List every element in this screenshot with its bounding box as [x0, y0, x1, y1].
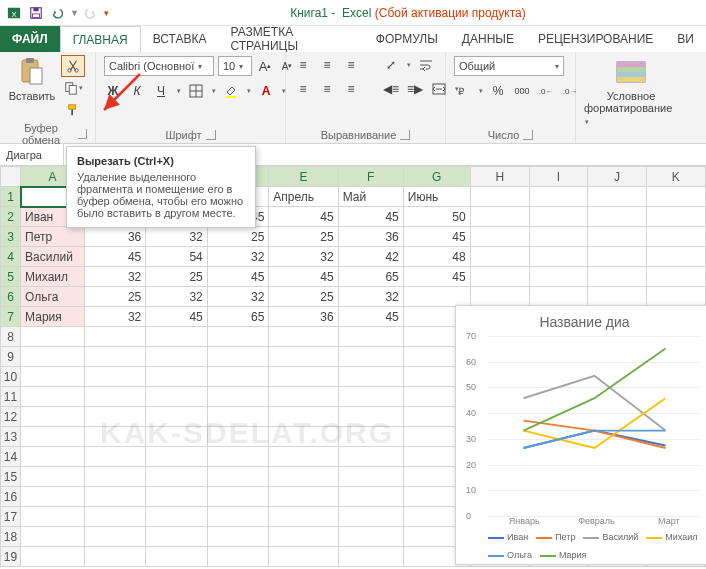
col-header[interactable]: F: [338, 167, 403, 187]
format-painter-button[interactable]: [62, 100, 84, 120]
row-header[interactable]: 10: [1, 367, 21, 387]
cell[interactable]: 32: [207, 287, 269, 307]
tab-view[interactable]: ВИ: [665, 26, 706, 52]
tab-formulas[interactable]: ФОРМУЛЫ: [364, 26, 450, 52]
cell[interactable]: 65: [207, 307, 269, 327]
alignment-launcher-icon[interactable]: [400, 130, 410, 140]
cell[interactable]: 32: [84, 307, 146, 327]
save-icon[interactable]: [26, 3, 46, 23]
align-bottom-icon[interactable]: ≡: [342, 56, 360, 74]
col-header[interactable]: H: [470, 167, 529, 187]
cell[interactable]: Май: [338, 187, 403, 207]
row-header[interactable]: 6: [1, 287, 21, 307]
decrease-indent-icon[interactable]: ◀≡: [382, 80, 400, 98]
tab-file[interactable]: ФАЙЛ: [0, 26, 60, 52]
col-header[interactable]: G: [403, 167, 470, 187]
embedded-chart[interactable]: Название диа 010203040506070 ЯнварьФевра…: [455, 305, 706, 565]
cell[interactable]: 32: [269, 247, 338, 267]
underline-button[interactable]: Ч: [152, 82, 170, 100]
name-box[interactable]: Диагра: [0, 144, 64, 165]
cell[interactable]: 50: [403, 207, 470, 227]
undo-icon[interactable]: [48, 3, 68, 23]
conditional-formatting-button[interactable]: Условное форматирование ▾: [584, 56, 678, 126]
cell[interactable]: Михаил: [21, 267, 85, 287]
cell[interactable]: 45: [269, 207, 338, 227]
cell[interactable]: 45: [403, 227, 470, 247]
cell[interactable]: 45: [403, 267, 470, 287]
col-header[interactable]: K: [646, 167, 705, 187]
number-format-combo[interactable]: Общий▾: [454, 56, 564, 76]
cell[interactable]: 54: [146, 247, 208, 267]
row-header[interactable]: 14: [1, 447, 21, 467]
row-header[interactable]: 15: [1, 467, 21, 487]
row-header[interactable]: 13: [1, 427, 21, 447]
cell[interactable]: 45: [146, 307, 208, 327]
row-header[interactable]: 16: [1, 487, 21, 507]
cell[interactable]: 32: [207, 247, 269, 267]
cell[interactable]: 25: [269, 227, 338, 247]
qat-dropdown-icon[interactable]: ▼: [70, 8, 78, 18]
border-button[interactable]: [187, 82, 205, 100]
cell[interactable]: Апрель: [269, 187, 338, 207]
increase-decimal-icon[interactable]: .0←: [537, 82, 555, 100]
col-header[interactable]: I: [529, 167, 587, 187]
cell[interactable]: Мария: [21, 307, 85, 327]
row-header[interactable]: 9: [1, 347, 21, 367]
row-header[interactable]: 17: [1, 507, 21, 527]
cell[interactable]: Июнь: [403, 187, 470, 207]
align-right-icon[interactable]: ≡: [342, 80, 360, 98]
row-header[interactable]: 19: [1, 547, 21, 567]
font-color-button[interactable]: A: [257, 82, 275, 100]
accounting-format-icon[interactable]: ₽: [454, 82, 472, 100]
cell[interactable]: [403, 287, 470, 307]
fill-color-button[interactable]: [222, 82, 240, 100]
orientation-icon[interactable]: ⤢: [382, 56, 400, 74]
cell[interactable]: Петр: [21, 227, 85, 247]
cell[interactable]: 42: [338, 247, 403, 267]
cell[interactable]: 25: [146, 267, 208, 287]
paste-button[interactable]: Вставить: [8, 56, 56, 102]
align-center-icon[interactable]: ≡: [318, 80, 336, 98]
row-header[interactable]: 2: [1, 207, 21, 227]
cell[interactable]: 48: [403, 247, 470, 267]
align-left-icon[interactable]: ≡: [294, 80, 312, 98]
cell[interactable]: 25: [207, 227, 269, 247]
row-header[interactable]: 4: [1, 247, 21, 267]
cell[interactable]: 32: [84, 267, 146, 287]
percent-icon[interactable]: %: [489, 82, 507, 100]
tab-page-layout[interactable]: РАЗМЕТКА СТРАНИЦЫ: [219, 26, 364, 52]
copy-button[interactable]: ▾: [62, 78, 84, 98]
font-name-combo[interactable]: Calibri (Основної▾: [104, 56, 214, 76]
cell[interactable]: 36: [84, 227, 146, 247]
row-header[interactable]: 1: [1, 187, 21, 207]
qat-customize-icon[interactable]: ▾: [102, 8, 110, 18]
cell[interactable]: 25: [269, 287, 338, 307]
tab-insert[interactable]: ВСТАВКА: [141, 26, 219, 52]
cell[interactable]: 36: [338, 227, 403, 247]
cell[interactable]: 32: [146, 227, 208, 247]
cell[interactable]: Ольга: [21, 287, 85, 307]
grow-font-icon[interactable]: A▴: [256, 57, 274, 75]
select-all-corner[interactable]: [1, 167, 21, 187]
align-top-icon[interactable]: ≡: [294, 56, 312, 74]
cell[interactable]: 45: [338, 307, 403, 327]
chart-plot-area[interactable]: 010203040506070: [488, 336, 701, 516]
tab-home[interactable]: ГЛАВНАЯ: [60, 26, 141, 52]
cell[interactable]: 45: [338, 207, 403, 227]
tab-review[interactable]: РЕЦЕНЗИРОВАНИЕ: [526, 26, 665, 52]
row-header[interactable]: 3: [1, 227, 21, 247]
col-header[interactable]: E: [269, 167, 338, 187]
row-header[interactable]: 11: [1, 387, 21, 407]
col-header[interactable]: J: [588, 167, 647, 187]
row-header[interactable]: 8: [1, 327, 21, 347]
row-header[interactable]: 7: [1, 307, 21, 327]
cut-button[interactable]: [62, 56, 84, 76]
row-header[interactable]: 5: [1, 267, 21, 287]
font-size-combo[interactable]: 10▾: [218, 56, 252, 76]
align-middle-icon[interactable]: ≡: [318, 56, 336, 74]
cell[interactable]: 65: [338, 267, 403, 287]
number-launcher-icon[interactable]: [523, 130, 533, 140]
tab-data[interactable]: ДАННЫЕ: [450, 26, 526, 52]
chart-title[interactable]: Название диа: [464, 314, 705, 330]
cell[interactable]: 45: [84, 247, 146, 267]
